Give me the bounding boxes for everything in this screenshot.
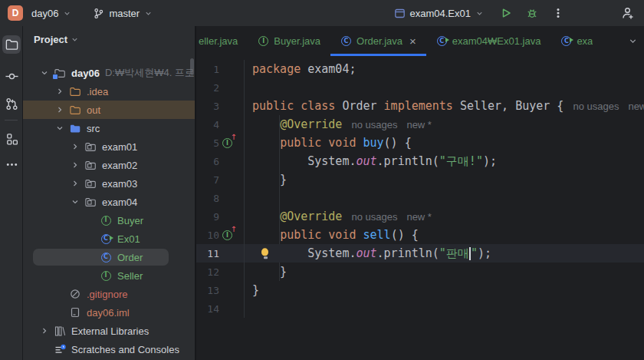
tree-item-exam04[interactable]: exam04 xyxy=(23,193,195,211)
intention-bulb-icon[interactable] xyxy=(261,248,269,259)
tree-item-label: exam03 xyxy=(102,178,137,190)
tree-item-exam03[interactable]: exam03 xyxy=(23,174,195,193)
tree-item-day06[interactable]: day06D:₩박세현₩4. 프로그 xyxy=(23,64,195,82)
implements-marker-icon[interactable]: I↑ xyxy=(222,138,232,148)
debug-icon xyxy=(526,7,538,19)
chevron-right-icon[interactable] xyxy=(67,142,83,151)
more-tool-windows-button[interactable] xyxy=(2,155,21,173)
commit-tool-button[interactable] xyxy=(2,67,21,85)
tab-list-button[interactable] xyxy=(623,26,642,56)
tab-order-java[interactable]: COrder.java× xyxy=(330,26,426,56)
tab-exa[interactable]: Cexa xyxy=(550,26,593,56)
tree-item-label: External Libraries xyxy=(71,325,149,337)
interface-icon: I xyxy=(98,216,113,226)
code-line-9[interactable]: 9 @Overrideno usagesnew * xyxy=(196,207,644,226)
tree-item-external-libraries[interactable]: External Libraries xyxy=(23,322,195,340)
close-tab-icon[interactable]: × xyxy=(409,35,416,48)
commit-icon xyxy=(5,69,19,84)
code-text: } xyxy=(244,170,644,189)
project-widget[interactable]: day06 xyxy=(26,3,77,23)
line-number: 6 xyxy=(196,156,219,167)
tree-item-buyer[interactable]: IBuyer xyxy=(23,211,195,230)
tree-item-out[interactable]: out xyxy=(23,101,195,119)
code-line-10[interactable]: 10I↑ public void sell() { xyxy=(196,226,644,244)
code-editor[interactable]: 1package exam04;23public class Order imp… xyxy=(196,56,644,360)
project-logo[interactable]: D xyxy=(8,5,23,21)
run-configuration-label: exam04.Ex01 xyxy=(410,8,472,19)
chevron-down-icon[interactable] xyxy=(52,124,67,133)
debug-button[interactable] xyxy=(521,3,543,23)
code-line-1[interactable]: 1package exam04; xyxy=(196,60,644,78)
tree-item-label: Seller xyxy=(117,270,143,282)
run-configuration-widget[interactable]: exam04.Ex01 xyxy=(389,3,490,23)
structure-tool-button[interactable] xyxy=(2,130,21,148)
package-icon xyxy=(83,197,98,208)
code-line-12[interactable]: 12 } xyxy=(196,263,644,281)
tree-item-label: Order xyxy=(117,252,143,263)
code-line-11[interactable]: 11 System.out.println("판매"); xyxy=(196,244,644,263)
tree-item-src[interactable]: src xyxy=(23,119,195,137)
project-panel-header[interactable]: Project xyxy=(34,34,79,45)
project-tool-button[interactable] xyxy=(2,35,21,54)
code-line-3[interactable]: 3public class Order implements Seller, B… xyxy=(196,97,644,115)
pull-requests-icon xyxy=(5,97,19,111)
tree-item-ex01[interactable]: CEx01 xyxy=(23,230,195,248)
code-text: @Overrideno usagesnew * xyxy=(244,207,644,226)
chevron-right-icon[interactable] xyxy=(37,326,52,335)
line-number: 10 xyxy=(196,230,219,241)
add-user-icon xyxy=(620,6,634,20)
run-button[interactable] xyxy=(495,3,517,23)
inlay-hint: no usages xyxy=(351,211,397,223)
tree-item-label: .idea xyxy=(87,86,108,97)
code-text: System.out.println("판매"); xyxy=(244,244,644,263)
project-folder-icon xyxy=(5,38,19,52)
tab-exam04-ex01-java[interactable]: Cexam04₩Ex01.java xyxy=(426,26,551,56)
code-line-13[interactable]: 13} xyxy=(196,281,644,299)
code-line-5[interactable]: 5I↑ public void buy() { xyxy=(196,134,644,152)
code-text: System.out.println("구매!"); xyxy=(244,152,644,170)
code-text: public void buy() { xyxy=(244,134,644,152)
code-line-6[interactable]: 6 System.out.println("구매!"); xyxy=(196,152,644,170)
add-user-button[interactable] xyxy=(616,3,638,23)
tree-item-order[interactable]: COrder xyxy=(23,248,195,266)
line-number: 5 xyxy=(196,137,219,149)
code-line-4[interactable]: 4 @Overrideno usagesnew * xyxy=(196,115,644,134)
vcs-widget[interactable]: master xyxy=(87,3,158,23)
tab-label: eller.java xyxy=(199,35,238,47)
pull-requests-tool-button[interactable] xyxy=(2,94,21,113)
tab-label: exa xyxy=(577,35,593,47)
chevron-right-icon[interactable] xyxy=(67,160,83,170)
line-number: 13 xyxy=(196,285,219,296)
tree-item-gitignore[interactable]: .gitignore xyxy=(23,285,195,303)
tree-item-scratches-and-consoles[interactable]: Scratches and Consoles xyxy=(23,340,195,358)
line-number: 7 xyxy=(196,174,219,186)
tab-label: exam04₩Ex01.java xyxy=(452,35,541,47)
code-line-14[interactable]: 14 xyxy=(196,299,644,318)
tab-eller-java[interactable]: eller.java xyxy=(196,26,248,56)
inlay-hint: new * xyxy=(406,211,432,223)
chevron-right-icon[interactable] xyxy=(52,87,67,96)
more-actions-button[interactable] xyxy=(547,3,569,23)
tab-buyer-java[interactable]: IBuyer.java xyxy=(248,26,330,56)
chevron-down-icon xyxy=(628,36,638,46)
chevron-down-icon[interactable] xyxy=(67,197,83,206)
folder-excluded-icon xyxy=(67,86,83,97)
more-icon xyxy=(5,157,19,172)
chevron-right-icon[interactable] xyxy=(67,179,83,188)
git-branch-icon xyxy=(93,8,104,19)
implements-marker-icon[interactable]: I↑ xyxy=(222,230,232,240)
tree-item-exam02[interactable]: exam02 xyxy=(23,156,195,174)
tree-item-seller[interactable]: ISeller xyxy=(23,266,195,285)
gutter: I↑ xyxy=(219,138,244,148)
tree-item-day06-iml[interactable]: day06.iml xyxy=(23,303,195,322)
code-line-7[interactable]: 7 } xyxy=(196,170,644,189)
chevron-right-icon[interactable] xyxy=(52,105,67,114)
chevron-down-icon xyxy=(144,9,153,18)
code-line-8[interactable]: 8 xyxy=(196,189,644,207)
project-widget-label: day06 xyxy=(31,8,58,19)
tree-item-exam01[interactable]: exam01 xyxy=(23,137,195,156)
app-icon xyxy=(394,8,406,19)
tree-item-idea[interactable]: .idea xyxy=(23,82,195,101)
code-line-2[interactable]: 2 xyxy=(196,78,644,97)
chevron-down-icon[interactable] xyxy=(37,68,52,78)
